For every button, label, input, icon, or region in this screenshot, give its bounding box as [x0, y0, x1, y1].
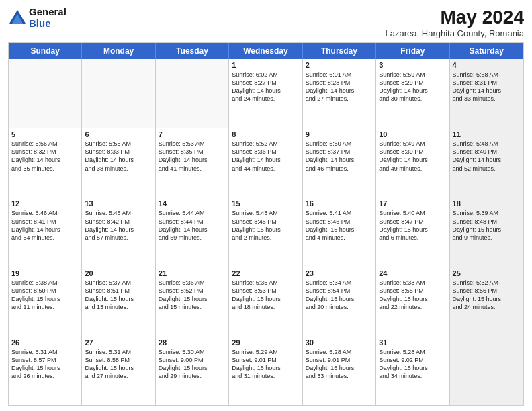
- title-month: May 2024: [386, 7, 524, 28]
- calendar-cell: 31Sunrise: 5:28 AMSunset: 9:02 PMDayligh…: [376, 336, 449, 405]
- day-info: Sunrise: 5:53 AMSunset: 8:35 PMDaylight:…: [159, 140, 226, 173]
- calendar-cell: 12Sunrise: 5:46 AMSunset: 8:41 PMDayligh…: [9, 197, 82, 266]
- calendar-cell: 15Sunrise: 5:43 AMSunset: 8:45 PMDayligh…: [229, 197, 302, 266]
- day-number: 23: [306, 269, 373, 277]
- calendar-body: 1Sunrise: 6:02 AMSunset: 8:27 PMDaylight…: [9, 59, 523, 405]
- day-info: Sunrise: 5:52 AMSunset: 8:36 PMDaylight:…: [232, 140, 299, 173]
- day-info: Sunrise: 6:01 AMSunset: 8:28 PMDaylight:…: [306, 71, 373, 103]
- calendar: SundayMondayTuesdayWednesdayThursdayFrid…: [8, 42, 524, 406]
- calendar-cell: 22Sunrise: 5:35 AMSunset: 8:53 PMDayligh…: [229, 267, 302, 336]
- calendar-cell: 5Sunrise: 5:56 AMSunset: 8:32 PMDaylight…: [9, 128, 82, 197]
- day-number: 7: [159, 130, 226, 138]
- day-info: Sunrise: 5:31 AMSunset: 8:58 PMDaylight:…: [85, 348, 152, 381]
- day-number: 17: [379, 199, 446, 208]
- day-info: Sunrise: 5:43 AMSunset: 8:45 PMDaylight:…: [232, 209, 299, 242]
- day-info: Sunrise: 5:48 AMSunset: 8:40 PMDaylight:…: [453, 140, 521, 173]
- day-number: 10: [379, 130, 446, 138]
- calendar-cell: 1Sunrise: 6:02 AMSunset: 8:27 PMDaylight…: [229, 59, 302, 128]
- day-number: 21: [159, 269, 226, 277]
- calendar-cell: [82, 59, 155, 128]
- calendar-cell: 20Sunrise: 5:37 AMSunset: 8:51 PMDayligh…: [82, 267, 155, 336]
- day-number: 11: [453, 130, 521, 138]
- day-info: Sunrise: 5:39 AMSunset: 8:48 PMDaylight:…: [453, 209, 521, 242]
- day-info: Sunrise: 5:49 AMSunset: 8:39 PMDaylight:…: [379, 140, 446, 173]
- calendar-cell: [156, 59, 229, 128]
- day-number: 16: [306, 199, 373, 208]
- day-number: 25: [453, 269, 521, 277]
- day-info: Sunrise: 5:41 AMSunset: 8:46 PMDaylight:…: [306, 209, 373, 242]
- day-info: Sunrise: 5:40 AMSunset: 8:47 PMDaylight:…: [379, 209, 446, 242]
- day-info: Sunrise: 5:29 AMSunset: 9:01 PMDaylight:…: [232, 348, 299, 381]
- calendar-cell: 19Sunrise: 5:38 AMSunset: 8:50 PMDayligh…: [9, 267, 82, 336]
- header-day-tuesday: Tuesday: [156, 43, 229, 59]
- day-number: 18: [453, 199, 521, 208]
- calendar-cell: 30Sunrise: 5:28 AMSunset: 9:01 PMDayligh…: [303, 336, 376, 405]
- calendar-cell: 29Sunrise: 5:29 AMSunset: 9:01 PMDayligh…: [229, 336, 302, 405]
- day-info: Sunrise: 5:45 AMSunset: 8:42 PMDaylight:…: [85, 209, 152, 242]
- day-number: 20: [85, 269, 152, 277]
- calendar-cell: 11Sunrise: 5:48 AMSunset: 8:40 PMDayligh…: [450, 128, 523, 197]
- calendar-cell: 26Sunrise: 5:31 AMSunset: 8:57 PMDayligh…: [9, 336, 82, 405]
- logo-text: General Blue: [29, 7, 66, 29]
- calendar-row-2: 12Sunrise: 5:46 AMSunset: 8:41 PMDayligh…: [9, 197, 523, 266]
- day-info: Sunrise: 5:55 AMSunset: 8:33 PMDaylight:…: [85, 140, 152, 173]
- day-info: Sunrise: 5:46 AMSunset: 8:41 PMDaylight:…: [11, 209, 79, 242]
- logo-general: General: [29, 7, 66, 18]
- calendar-cell: [9, 59, 82, 128]
- day-info: Sunrise: 6:02 AMSunset: 8:27 PMDaylight:…: [232, 71, 299, 103]
- header-day-wednesday: Wednesday: [229, 43, 302, 59]
- day-info: Sunrise: 5:59 AMSunset: 8:29 PMDaylight:…: [379, 71, 446, 103]
- day-number: 6: [85, 130, 152, 138]
- day-number: 26: [11, 338, 79, 347]
- calendar-cell: 25Sunrise: 5:32 AMSunset: 8:56 PMDayligh…: [450, 267, 523, 336]
- calendar-cell: 24Sunrise: 5:33 AMSunset: 8:55 PMDayligh…: [376, 267, 449, 336]
- calendar-cell: 17Sunrise: 5:40 AMSunset: 8:47 PMDayligh…: [376, 197, 449, 266]
- calendar-cell: 16Sunrise: 5:41 AMSunset: 8:46 PMDayligh…: [303, 197, 376, 266]
- day-number: 27: [85, 338, 152, 347]
- header-day-friday: Friday: [376, 43, 449, 59]
- day-number: 28: [159, 338, 226, 347]
- day-info: Sunrise: 5:28 AMSunset: 9:02 PMDaylight:…: [379, 348, 446, 381]
- day-info: Sunrise: 5:31 AMSunset: 8:57 PMDaylight:…: [11, 348, 79, 381]
- calendar-cell: 2Sunrise: 6:01 AMSunset: 8:28 PMDaylight…: [303, 59, 376, 128]
- day-info: Sunrise: 5:33 AMSunset: 8:55 PMDaylight:…: [379, 279, 446, 312]
- calendar-cell: 6Sunrise: 5:55 AMSunset: 8:33 PMDaylight…: [82, 128, 155, 197]
- header-day-thursday: Thursday: [303, 43, 376, 59]
- day-info: Sunrise: 5:50 AMSunset: 8:37 PMDaylight:…: [306, 140, 373, 173]
- calendar-cell: 23Sunrise: 5:34 AMSunset: 8:54 PMDayligh…: [303, 267, 376, 336]
- day-number: 12: [11, 199, 79, 208]
- logo: General Blue: [8, 7, 66, 29]
- day-number: 31: [379, 338, 446, 347]
- day-info: Sunrise: 5:58 AMSunset: 8:31 PMDaylight:…: [453, 71, 521, 103]
- calendar-cell: 14Sunrise: 5:44 AMSunset: 8:44 PMDayligh…: [156, 197, 229, 266]
- day-number: 1: [232, 61, 299, 69]
- header-day-sunday: Sunday: [9, 43, 82, 59]
- calendar-cell: 13Sunrise: 5:45 AMSunset: 8:42 PMDayligh…: [82, 197, 155, 266]
- calendar-cell: 28Sunrise: 5:30 AMSunset: 9:00 PMDayligh…: [156, 336, 229, 405]
- day-info: Sunrise: 5:34 AMSunset: 8:54 PMDaylight:…: [306, 279, 373, 312]
- day-number: 19: [11, 269, 79, 277]
- title-block: May 2024 Lazarea, Harghita County, Roman…: [386, 7, 524, 38]
- day-number: 2: [306, 61, 373, 69]
- day-info: Sunrise: 5:56 AMSunset: 8:32 PMDaylight:…: [11, 140, 79, 173]
- day-number: 14: [159, 199, 226, 208]
- calendar-cell: 7Sunrise: 5:53 AMSunset: 8:35 PMDaylight…: [156, 128, 229, 197]
- calendar-cell: 27Sunrise: 5:31 AMSunset: 8:58 PMDayligh…: [82, 336, 155, 405]
- calendar-cell: 9Sunrise: 5:50 AMSunset: 8:37 PMDaylight…: [303, 128, 376, 197]
- day-info: Sunrise: 5:32 AMSunset: 8:56 PMDaylight:…: [453, 279, 521, 312]
- header-day-saturday: Saturday: [450, 43, 523, 59]
- calendar-row-4: 26Sunrise: 5:31 AMSunset: 8:57 PMDayligh…: [9, 336, 523, 405]
- title-location: Lazarea, Harghita County, Romania: [386, 28, 524, 38]
- logo-icon: [8, 9, 27, 28]
- calendar-row-3: 19Sunrise: 5:38 AMSunset: 8:50 PMDayligh…: [9, 267, 523, 336]
- day-number: 3: [379, 61, 446, 69]
- day-number: 22: [232, 269, 299, 277]
- page: General Blue May 2024 Lazarea, Harghita …: [0, 0, 532, 411]
- logo-blue: Blue: [29, 18, 66, 30]
- header: General Blue May 2024 Lazarea, Harghita …: [8, 7, 524, 38]
- day-number: 29: [232, 338, 299, 347]
- day-info: Sunrise: 5:44 AMSunset: 8:44 PMDaylight:…: [159, 209, 226, 242]
- day-number: 13: [85, 199, 152, 208]
- calendar-row-1: 5Sunrise: 5:56 AMSunset: 8:32 PMDaylight…: [9, 128, 523, 197]
- day-info: Sunrise: 5:28 AMSunset: 9:01 PMDaylight:…: [306, 348, 373, 381]
